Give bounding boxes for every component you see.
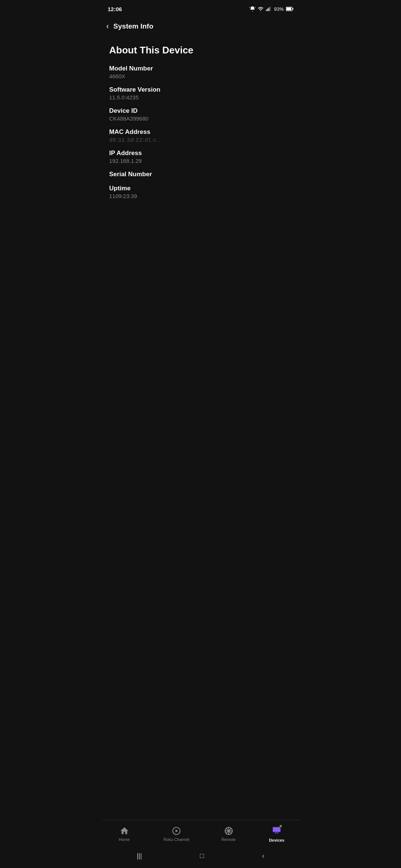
wifi-icon [258,6,264,12]
battery-icon [286,7,293,11]
svg-rect-0 [266,9,267,11]
top-bar: ‹ System Info [100,16,301,37]
info-value-device-id: CK488A399680 [109,115,292,122]
info-label-software: Software Version [109,86,292,93]
system-nav-back[interactable]: ‹ [255,850,272,862]
info-label-model: Model Number [109,65,292,72]
status-time: 12:06 [108,6,122,12]
nav-item-devices[interactable]: Devices [262,824,291,844]
nav-label-roku-channel: Roku Channel [163,837,189,842]
back-button[interactable]: ‹ [106,21,113,32]
nav-item-remote[interactable]: Remote [214,825,244,843]
info-value-software: 11.5.0:4235 [109,94,292,101]
alarm-icon [250,6,255,12]
info-value-ip: 192.168.1.29 [109,158,292,164]
info-item-mac: MAC Address d8:31:3d:22:d1:c... [109,128,292,143]
svg-rect-2 [268,7,269,11]
info-label-ip: IP Address [109,149,292,157]
remote-icon [224,826,234,836]
signal-icon [266,6,272,12]
info-label-uptime: Uptime [109,185,292,192]
roku-channel-icon [172,826,181,836]
nav-label-home: Home [119,837,130,842]
info-item-device-id: Device ID CK488A399680 [109,107,292,122]
status-bar: 12:06 93% [100,0,301,16]
home-icon [120,826,129,836]
section-title: About This Device [109,45,292,56]
nav-label-remote: Remote [221,837,236,842]
system-nav-bar: ||| □ ‹ [100,846,301,868]
nav-item-roku-channel[interactable]: Roku Channel [157,825,195,843]
devices-active-dot [279,825,282,828]
info-value-mac: d8:31:3d:22:d1:c... [109,137,292,143]
info-value-uptime: 1109:23:39 [109,193,292,199]
svg-rect-1 [267,9,268,11]
svg-rect-6 [293,8,293,10]
info-item-ip: IP Address 192.168.1.29 [109,149,292,164]
info-label-mac: MAC Address [109,128,292,136]
info-label-device-id: Device ID [109,107,292,115]
nav-label-devices: Devices [269,838,284,842]
info-item-model: Model Number 4660X [109,65,292,79]
svg-rect-5 [286,7,291,10]
info-item-uptime: Uptime 1109:23:39 [109,185,292,199]
svg-rect-3 [270,6,271,11]
bottom-nav: Home Roku Channel Remote [100,820,301,846]
battery-percentage: 93% [274,6,284,12]
system-nav-home[interactable]: □ [193,850,212,862]
system-nav-recent[interactable]: ||| [129,850,149,862]
content-area: About This Device Model Number 4660X Sof… [100,37,301,820]
svg-rect-16 [273,827,280,832]
svg-rect-15 [275,833,279,834]
page-title: System Info [113,22,153,30]
svg-marker-8 [176,829,178,833]
info-item-serial: Serial Number [109,171,292,178]
devices-icon-wrap [272,825,281,836]
info-item-software: Software Version 11.5.0:4235 [109,86,292,101]
status-icons: 93% [250,6,293,12]
nav-item-home[interactable]: Home [110,825,139,843]
info-value-model: 4660X [109,73,292,79]
info-label-serial: Serial Number [109,171,292,178]
